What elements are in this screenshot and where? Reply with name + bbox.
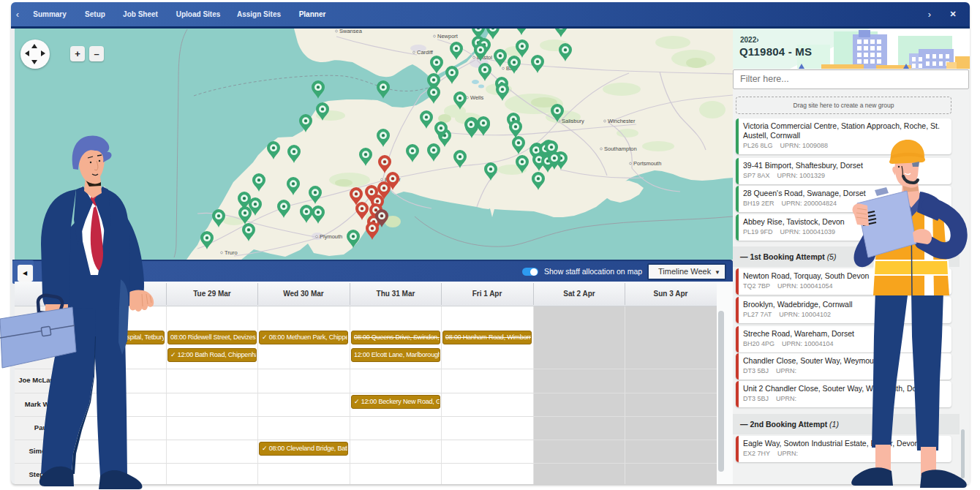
svg-text:Newport: Newport	[437, 33, 459, 39]
svg-text:Truro: Truro	[225, 249, 238, 256]
svg-text:Salisbury: Salisbury	[562, 118, 584, 124]
svg-text:Portsmouth: Portsmouth	[633, 160, 661, 167]
svg-text:Cardiff: Cardiff	[417, 49, 434, 56]
svg-text:Swansea: Swansea	[339, 29, 363, 34]
svg-text:Wells: Wells	[470, 94, 483, 101]
svg-text:Plymouth: Plymouth	[320, 233, 342, 240]
svg-text:Winchester: Winchester	[608, 118, 636, 124]
svg-text:Southampton: Southampton	[604, 146, 637, 152]
